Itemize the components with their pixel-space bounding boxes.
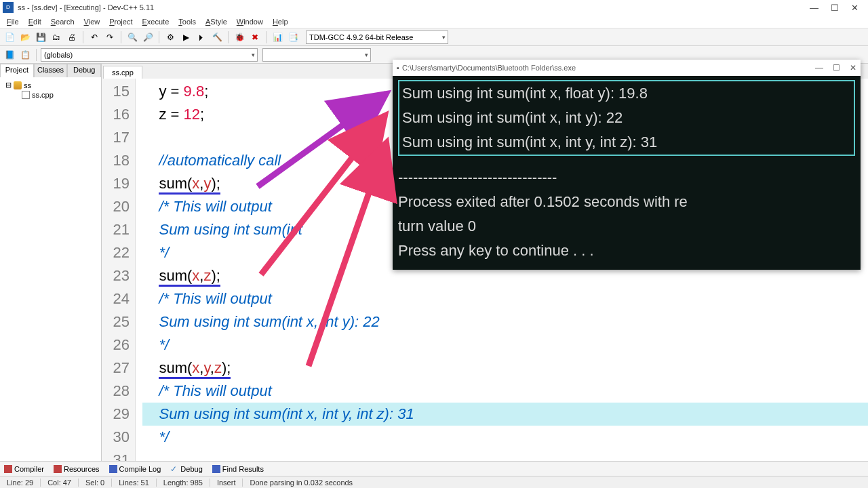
code-line[interactable] (142, 449, 868, 461)
stop-button[interactable]: ✖ (248, 30, 262, 44)
open-button[interactable]: 📂 (18, 30, 32, 44)
code-line[interactable]: */ (142, 426, 868, 449)
line-gutter: 1516171819202122232425262728293031 (102, 79, 136, 461)
separator (83, 31, 83, 43)
sidebar-tab-classes[interactable]: Classes (34, 64, 68, 77)
console-body: Sum using int sum(int x, float y): 19.8 … (393, 76, 861, 270)
save-all-button[interactable]: 🗂 (50, 30, 63, 44)
console-output-box: Sum using int sum(int x, float y): 19.8 … (398, 80, 855, 156)
menu-execute[interactable]: Execute (138, 16, 174, 27)
menu-search[interactable]: Search (47, 16, 79, 27)
separator (121, 31, 121, 43)
project-tree: ⊟ ss ss.cpp (0, 77, 101, 461)
code-line[interactable]: /* This will output (142, 380, 868, 403)
bottom-tab-compile-log[interactable]: Compile Log (109, 465, 161, 473)
status-mode: Insert (210, 479, 243, 487)
menu-tools[interactable]: Tools (174, 16, 200, 27)
console-line: Sum using int sum(int x, int y, int z): … (402, 130, 851, 155)
console-titlebar: ▪ C:\Users\smarty\Documents\Bluetooth Fo… (393, 60, 861, 76)
status-lines: Lines: 51 (112, 479, 157, 487)
debug-button[interactable]: 🐞 (233, 30, 246, 44)
status-length: Length: 985 (157, 479, 210, 487)
console-max[interactable]: ☐ (833, 60, 840, 76)
menu-edit[interactable]: Edit (24, 16, 45, 27)
status-col: Col: 47 (41, 479, 79, 487)
maximize-button[interactable]: ☐ (831, 3, 839, 13)
code-line[interactable]: Sum using int sum(int x, int y): 22 (142, 310, 868, 333)
tree-root[interactable]: ⊟ ss (3, 80, 98, 90)
insert-button[interactable]: 📋 (18, 48, 32, 62)
file-name: ss.cpp (32, 91, 54, 99)
profile-button[interactable]: 📊 (271, 30, 284, 44)
editor-tab[interactable]: ss.cpp (103, 66, 142, 79)
menu-astyle[interactable]: AStyle (201, 16, 231, 27)
menu-help[interactable]: Help (269, 16, 292, 27)
sidebar-tab-debug[interactable]: Debug (67, 64, 101, 77)
separator (159, 31, 159, 43)
console-window: ▪ C:\Users\smarty\Documents\Bluetooth Fo… (393, 60, 861, 270)
replace-button[interactable]: 🔎 (141, 30, 155, 44)
code-line[interactable]: sum(x,y,z); (142, 357, 868, 380)
minimize-button[interactable]: — (810, 3, 818, 13)
console-line: Sum using int sum(int x, int y): 22 (402, 106, 851, 130)
find-button[interactable]: 🔍 (125, 30, 139, 44)
console-close[interactable]: ✕ (850, 60, 856, 76)
redo-button[interactable]: ↷ (103, 30, 117, 44)
separator (36, 49, 37, 61)
project-icon (14, 81, 22, 89)
console-dashes: -------------------------------- (398, 165, 855, 190)
console-icon: ▪ (397, 60, 399, 76)
project-name: ss (24, 81, 31, 89)
menu-view[interactable]: View (80, 16, 104, 27)
sidebar-tab-project[interactable]: Project (0, 64, 34, 77)
bottom-tab-find-results[interactable]: Find Results (212, 465, 264, 473)
console-line: Sum using int sum(int x, float y): 19.8 (402, 81, 851, 106)
bottom-tab-debug[interactable]: ✓ Debug (170, 465, 202, 473)
status-sel: Sel: 0 (79, 479, 112, 487)
close-button[interactable]: ✕ (851, 3, 859, 13)
collapse-icon[interactable]: ⊟ (5, 81, 12, 89)
compile-button[interactable]: ⚙ (163, 30, 177, 44)
statusbar: Line: 29 Col: 47 Sel: 0 Lines: 51 Length… (0, 476, 868, 488)
window-buttons: — ☐ ✕ (810, 3, 859, 13)
bottom-tab-resources[interactable]: Resources (54, 465, 100, 473)
sidebar-tabs: ProjectClassesDebug (0, 64, 101, 77)
code-line[interactable]: */ (142, 333, 868, 357)
sidebar: ProjectClassesDebug ⊟ ss ss.cpp (0, 64, 102, 461)
scope-combo[interactable] (262, 48, 371, 62)
compile-run-button[interactable]: ⏵ (195, 30, 208, 44)
separator (266, 31, 267, 43)
undo-button[interactable]: ↶ (87, 30, 101, 44)
menu-window[interactable]: Window (233, 16, 267, 27)
console-min[interactable]: — (815, 60, 823, 76)
menu-file[interactable]: File (3, 16, 23, 27)
print-button[interactable]: 🖨 (65, 30, 79, 44)
compiler-select[interactable]: TDM-GCC 4.9.2 64-bit Release (306, 30, 448, 44)
console-exit: turn value 0 (398, 214, 855, 239)
save-button[interactable]: 💾 (34, 30, 47, 44)
menu-project[interactable]: Project (105, 16, 136, 27)
new-project-button[interactable]: 📘 (3, 48, 16, 62)
run-button[interactable]: ▶ (179, 30, 193, 44)
rebuild-button[interactable]: 🔨 (210, 30, 224, 44)
code-line[interactable]: Sum using int sum(int x, int y, int z): … (142, 403, 868, 426)
bottom-tabs: Compiler Resources Compile Log✓ Debug Fi… (0, 461, 868, 476)
window-title: ss - [ss.dev] - [Executing] - Dev-C++ 5.… (18, 3, 810, 12)
status-line: Line: 29 (0, 479, 41, 487)
goto-button[interactable]: 📑 (286, 30, 300, 44)
tree-file[interactable]: ss.cpp (3, 90, 98, 100)
app-icon: D (3, 2, 14, 13)
new-file-button[interactable]: 📄 (3, 30, 16, 44)
separator (228, 31, 229, 43)
console-title: C:\Users\smarty\Documents\Bluetooth Fold… (402, 60, 815, 76)
console-exit: Process exited after 0.1502 seconds with… (398, 190, 855, 214)
console-press: Press any key to continue . . . (398, 239, 855, 263)
titlebar: D ss - [ss.dev] - [Executing] - Dev-C++ … (0, 0, 868, 15)
bottom-tab-compiler[interactable]: Compiler (4, 465, 44, 473)
status-parse: Done parsing in 0.032 seconds (243, 479, 359, 487)
toolbar-main: 📄 📂 💾 🗂 🖨 ↶ ↷ 🔍 🔎 ⚙ ▶ ⏵ 🔨 🐞 ✖ 📊 📑 TDM-GC… (0, 28, 868, 46)
code-line[interactable]: /* This will output (142, 287, 868, 310)
globals-combo[interactable]: (globals) (41, 48, 258, 62)
menubar: FileEditSearchViewProjectExecuteToolsASt… (0, 15, 868, 28)
file-icon (22, 91, 30, 99)
